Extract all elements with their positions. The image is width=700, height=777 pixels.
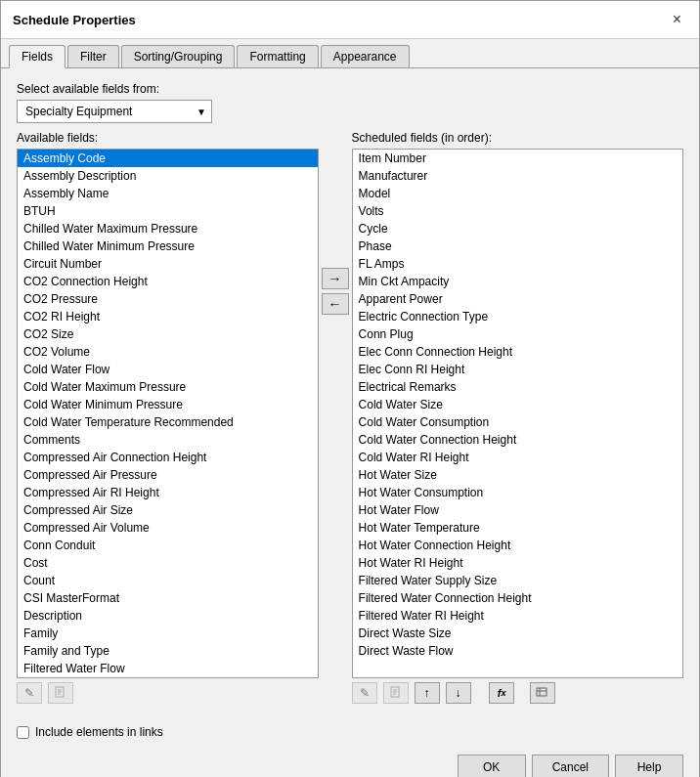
scheduled-field-item[interactable]: Direct Waste Flow (353, 642, 682, 660)
scheduled-field-item[interactable]: Direct Waste Size (353, 625, 682, 642)
scheduled-field-item[interactable]: Hot Water Consumption (353, 484, 682, 501)
close-button[interactable]: × (667, 9, 687, 30)
scheduled-field-item[interactable]: Cold Water Connection Height (353, 431, 682, 449)
available-field-item[interactable]: Assembly Name (18, 185, 318, 202)
available-field-item[interactable]: CSI MasterFormat (18, 589, 318, 607)
available-field-item[interactable]: Family (18, 625, 318, 642)
tab-filter[interactable]: Filter (67, 45, 119, 67)
footer-row: Include elements in links (1, 717, 699, 747)
scheduled-field-item[interactable]: Filtered Water Connection Height (353, 589, 682, 607)
move-down-button[interactable]: ↓ (446, 682, 471, 704)
scheduled-fields-actions: ✎ ↑ ↓ fx (352, 682, 683, 704)
fields-columns-container: Available fields: Assembly CodeAssembly … (17, 131, 683, 704)
scheduled-field-item[interactable]: Hot Water RI Height (353, 554, 682, 572)
available-field-item[interactable]: Compressed Air Connection Height (18, 449, 318, 466)
available-field-item[interactable]: Circuit Number (18, 255, 318, 273)
scheduled-field-item[interactable]: Cold Water RI Height (353, 449, 682, 466)
available-field-item[interactable]: Assembly Code (18, 150, 318, 167)
available-field-item[interactable]: Comments (18, 431, 318, 449)
available-field-item[interactable]: Compressed Air Pressure (18, 466, 318, 484)
scheduled-field-item[interactable]: Hot Water Size (353, 466, 682, 484)
available-field-item[interactable]: Assembly Description (18, 167, 318, 185)
scheduled-field-item[interactable]: Elec Conn Connection Height (353, 343, 682, 361)
available-field-item[interactable]: Chilled Water Minimum Pressure (18, 237, 318, 255)
scheduled-fields-panel: Scheduled fields (in order): Item Number… (352, 131, 683, 704)
available-field-item[interactable]: Conn Conduit (18, 537, 318, 554)
scheduled-field-item[interactable]: Cold Water Consumption (353, 413, 682, 431)
formula-button[interactable]: fx (489, 682, 514, 704)
available-fields-panel: Available fields: Assembly CodeAssembly … (17, 131, 319, 704)
scheduled-field-item[interactable]: FL Amps (353, 255, 682, 273)
include-elements-label[interactable]: Include elements in links (17, 725, 163, 739)
source-dropdown[interactable]: Specialty Equipment Mechanical Equipment… (17, 100, 212, 123)
scheduled-field-item[interactable]: Apparent Power (353, 290, 682, 308)
parameter-button[interactable] (530, 682, 555, 704)
available-field-item[interactable]: Count (18, 572, 318, 589)
available-field-item[interactable]: Cold Water Flow (18, 361, 318, 378)
remove-field-button[interactable]: ← (322, 293, 349, 315)
scheduled-fields-list[interactable]: Item NumberManufacturerModelVoltsCyclePh… (352, 149, 683, 678)
available-field-item[interactable]: Cold Water Maximum Pressure (18, 378, 318, 396)
available-field-item[interactable]: Cold Water Minimum Pressure (18, 396, 318, 413)
tab-fields[interactable]: Fields (9, 45, 66, 68)
include-elements-text: Include elements in links (35, 725, 163, 739)
scheduled-field-item[interactable]: Electrical Remarks (353, 378, 682, 396)
available-field-item[interactable]: CO2 Volume (18, 343, 318, 361)
new-scheduled-icon[interactable] (383, 682, 409, 704)
select-source-row: Select available fields from: Specialty … (17, 82, 683, 123)
new-doc-scheduled-icon (389, 686, 403, 700)
scheduled-field-item[interactable]: Model (353, 185, 682, 202)
scheduled-field-item[interactable]: Volts (353, 202, 682, 220)
available-field-item[interactable]: CO2 Size (18, 325, 318, 343)
scheduled-fields-label: Scheduled fields (in order): (352, 131, 683, 145)
new-available-icon[interactable] (48, 682, 73, 704)
scheduled-field-item[interactable]: Cold Water Size (353, 396, 682, 413)
scheduled-field-item[interactable]: Min Ckt Ampacity (353, 273, 682, 290)
ok-button[interactable]: OK (458, 755, 526, 777)
tab-sorting-grouping[interactable]: Sorting/Grouping (121, 45, 236, 67)
available-field-item[interactable]: Cost (18, 554, 318, 572)
scheduled-field-item[interactable]: Cycle (353, 220, 682, 237)
available-field-item[interactable]: Description (18, 607, 318, 625)
tab-appearance[interactable]: Appearance (321, 45, 410, 67)
new-document-icon (54, 686, 67, 700)
scheduled-field-item[interactable]: Conn Plug (353, 325, 682, 343)
available-field-item[interactable]: Compressed Air Size (18, 501, 318, 519)
available-field-item[interactable]: Compressed Air Volume (18, 519, 318, 537)
help-button[interactable]: Help (615, 755, 683, 777)
transfer-buttons-container: → ← (319, 131, 352, 704)
scheduled-field-item[interactable]: Filtered Water RI Height (353, 607, 682, 625)
scheduled-field-item[interactable]: Elec Conn RI Height (353, 361, 682, 378)
available-fields-list[interactable]: Assembly CodeAssembly DescriptionAssembl… (17, 149, 319, 678)
scheduled-field-item[interactable]: Hot Water Flow (353, 501, 682, 519)
available-field-item[interactable]: Chilled Water Maximum Pressure (18, 220, 318, 237)
select-source-label: Select available fields from: (17, 82, 683, 96)
title-bar: Schedule Properties × (1, 1, 699, 39)
edit-available-icon[interactable]: ✎ (17, 682, 42, 704)
schedule-properties-dialog: Schedule Properties × Fields Filter Sort… (0, 0, 700, 777)
scheduled-field-item[interactable]: Hot Water Temperature (353, 519, 682, 537)
available-field-item[interactable]: BTUH (18, 202, 318, 220)
available-fields-actions: ✎ (17, 682, 319, 704)
available-field-item[interactable]: CO2 Pressure (18, 290, 318, 308)
scheduled-field-item[interactable]: Manufacturer (353, 167, 682, 185)
scheduled-field-item[interactable]: Hot Water Connection Height (353, 537, 682, 554)
include-elements-checkbox[interactable] (17, 726, 29, 739)
scheduled-field-item[interactable]: Electric Connection Type (353, 308, 682, 325)
available-field-item[interactable]: Family and Type (18, 642, 318, 660)
edit-scheduled-icon[interactable]: ✎ (352, 682, 377, 704)
cancel-button[interactable]: Cancel (532, 755, 609, 777)
move-up-button[interactable]: ↑ (415, 682, 440, 704)
available-field-item[interactable]: Cold Water Temperature Recommended (18, 413, 318, 431)
scheduled-field-item[interactable]: Phase (353, 237, 682, 255)
available-field-item[interactable]: Compressed Air RI Height (18, 484, 318, 501)
scheduled-field-item[interactable]: Item Number (353, 150, 682, 167)
scheduled-fields-wrap: Item NumberManufacturerModelVoltsCyclePh… (352, 149, 683, 678)
tab-formatting[interactable]: Formatting (237, 45, 318, 67)
param-icon (536, 686, 549, 700)
scheduled-field-item[interactable]: Filtered Water Supply Size (353, 572, 682, 589)
available-field-item[interactable]: CO2 RI Height (18, 308, 318, 325)
add-field-button[interactable]: → (322, 268, 349, 289)
available-field-item[interactable]: Filtered Water Flow (18, 660, 318, 677)
available-field-item[interactable]: CO2 Connection Height (18, 273, 318, 290)
